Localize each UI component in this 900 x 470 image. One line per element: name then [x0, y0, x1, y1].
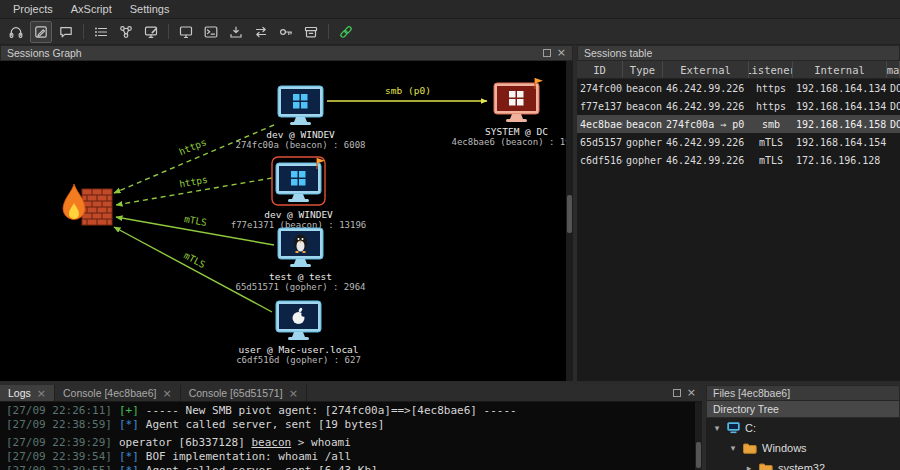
svg-text:4ec8bae6 (beacon) : 1904: 4ec8bae6 (beacon) : 1904 [451, 137, 573, 147]
log-tag: [*] [119, 418, 139, 431]
caret-icon[interactable]: ▾ [712, 423, 722, 433]
folder-icon [743, 443, 757, 454]
sessions-graph-button[interactable] [115, 21, 137, 43]
tab-logs[interactable]: Logs × [0, 385, 55, 401]
cell-external: 46.242.99.226 [663, 83, 749, 94]
svg-text:https: https [177, 136, 208, 157]
tunnels-icon [253, 24, 269, 40]
log-message: Agent called server, sent [19 bytes] [146, 418, 384, 431]
close-panel-icon[interactable]: × [687, 389, 696, 397]
svg-text:dev @ WINDEV: dev @ WINDEV [264, 209, 333, 220]
headset-button[interactable] [5, 21, 27, 43]
menu-projects[interactable]: Projects [4, 1, 62, 17]
credentials-icon [278, 24, 294, 40]
col-listener[interactable]: Listener [749, 61, 793, 78]
tab-label: Console [65d51571] [189, 387, 283, 399]
beacon-link[interactable]: beacon [251, 436, 291, 449]
col-type[interactable]: Type [623, 61, 663, 78]
tree-item-windows[interactable]: ▾ Windows [706, 438, 900, 458]
close-panel-icon[interactable]: × [557, 49, 566, 57]
link-icon [338, 24, 354, 40]
firewall-node[interactable] [63, 184, 112, 225]
notes-icon [33, 24, 49, 40]
storage-button[interactable] [300, 21, 322, 43]
svg-text:mTLS: mTLS [183, 213, 208, 228]
credentials-button[interactable] [275, 21, 297, 43]
svg-text:274fc00a (beacon) : 6008: 274fc00a (beacon) : 6008 [235, 140, 365, 150]
float-panel-icon[interactable] [673, 389, 681, 397]
col-domain[interactable]: Domain [887, 61, 900, 78]
chat-icon [58, 24, 74, 40]
cell-external: 46.242.99.226 [663, 101, 749, 112]
toolbar-separator [328, 24, 329, 39]
tab-console-65d51571[interactable]: Console [65d51571] × [181, 385, 307, 401]
cell-domain: DO [887, 101, 900, 112]
graph-node-274fc00a[interactable]: dev @ WINDEV 274fc00a (beacon) : 6008 [235, 86, 365, 150]
session-row-65d51571[interactable]: 65d51571 gopher 46.242.99.226 mTLS 192.1… [577, 133, 900, 151]
targets-button[interactable] [140, 21, 162, 43]
graph-scrollbar-thumb[interactable] [567, 195, 572, 233]
session-row-274fc00a[interactable]: 274fc00a beacon 46.242.99.226 https 192.… [577, 79, 900, 97]
cell-type: beacon [623, 101, 663, 112]
console-scrollbar-thumb[interactable] [696, 442, 701, 468]
terminal-button[interactable] [200, 21, 222, 43]
cell-id: 65d51571 [577, 137, 623, 148]
files-header: Files [4ec8bae6] [706, 385, 900, 401]
headset-icon [8, 24, 24, 40]
downloads-button[interactable] [225, 21, 247, 43]
tree-item-system32[interactable]: ▸ system32 [706, 458, 900, 470]
chat-button[interactable] [55, 21, 77, 43]
log-line: [27/09 22:38:59][*]Agent called server, … [6, 418, 688, 432]
log-tag: [+] [119, 404, 139, 417]
svg-text:mTLS: mTLS [182, 250, 208, 271]
float-panel-icon[interactable] [543, 49, 551, 57]
caret-icon[interactable]: ▸ [744, 463, 754, 470]
tab-close-icon[interactable]: × [37, 388, 46, 399]
session-row-4ec8bae6[interactable]: 4ec8bae6 beacon 274fc00a ⇒ p0 smb 192.16… [577, 115, 900, 133]
cell-id: f77e1371 [577, 101, 623, 112]
log-timestamp: [27/09 22:39:55] [6, 464, 112, 470]
connect-button[interactable] [335, 21, 357, 43]
graph-node-f77e1371[interactable]: dev @ WINDEV f77e1371 (beacon) : 13196 [231, 157, 366, 230]
session-row-f77e1371[interactable]: f77e1371 beacon 46.242.99.226 https 192.… [577, 97, 900, 115]
graph-scrollbar[interactable] [566, 61, 573, 381]
menubar: Projects AxScript Settings [0, 0, 900, 19]
tab-close-icon[interactable]: × [162, 388, 171, 399]
toolbar [0, 19, 900, 45]
log-timestamp: [27/09 22:38:59] [6, 418, 112, 431]
col-external[interactable]: External [663, 61, 749, 78]
cell-internal: 192.168.164.134 [793, 101, 887, 112]
graph-node-4ec8bae6[interactable]: SYSTEM @ DC 4ec8bae6 (beacon) : 1904 [451, 78, 573, 147]
remote-desktop-button[interactable] [175, 21, 197, 43]
tunnels-button[interactable] [250, 21, 272, 43]
sessions-table-button[interactable] [90, 21, 112, 43]
tab-console-4ec8bae6[interactable]: Console [4ec8bae6] × [55, 385, 181, 401]
console-tabbar: Logs × Console [4ec8bae6] × Console [65d… [0, 385, 702, 402]
caret-icon[interactable]: ▾ [728, 443, 738, 453]
cell-internal: 192.168.164.154 [793, 137, 887, 148]
storage-icon [303, 24, 319, 40]
col-internal[interactable]: Internal [793, 61, 887, 78]
log-message: BOF implementation: whoami /all [146, 450, 351, 463]
cell-type: gopher [623, 155, 663, 166]
col-id[interactable]: ID [577, 61, 623, 78]
cell-listener: mTLS [749, 155, 793, 166]
tree-item-c-drive[interactable]: ▾ C: [706, 418, 900, 438]
graph-node-c6df516d[interactable]: user @ Mac-user.local c6df516d (gopher) … [236, 301, 361, 365]
log-timestamp: [27/09 22:39:29] [6, 436, 112, 449]
svg-text:https: https [178, 174, 208, 190]
graph-node-65d51571[interactable]: test @ test 65d51571 (gopher) : 2964 [235, 228, 365, 292]
cell-external: 46.242.99.226 [663, 137, 749, 148]
cell-listener: mTLS [749, 137, 793, 148]
menu-axscript[interactable]: AxScript [62, 1, 121, 17]
console-scrollbar[interactable] [695, 402, 702, 470]
menu-settings[interactable]: Settings [121, 1, 179, 17]
toolbar-separator [168, 24, 169, 39]
log-line: [27/09 22:39:55][*]Agent called server, … [6, 464, 688, 470]
sessions-graph[interactable]: smb (p0) https https mTLS mTLS [0, 61, 573, 381]
session-row-c6df516d[interactable]: c6df516d gopher 46.242.99.226 mTLS 172.1… [577, 151, 900, 169]
downloads-icon [228, 24, 244, 40]
tree-item-label: system32 [778, 462, 825, 470]
notes-button[interactable] [30, 21, 52, 43]
tab-close-icon[interactable]: × [289, 388, 298, 399]
